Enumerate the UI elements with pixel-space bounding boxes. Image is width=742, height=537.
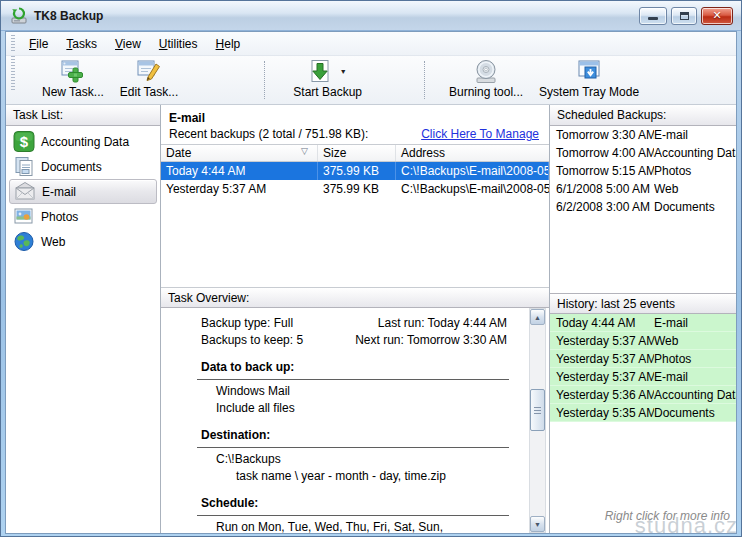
new-task-icon	[60, 59, 86, 84]
history-row[interactable]: Yesterday 5:37 AM E-mail	[550, 368, 736, 386]
sidebar-item-label: E-mail	[42, 185, 76, 199]
start-backup-button[interactable]: ▼ Start Backup	[285, 56, 370, 104]
scroll-up-button[interactable]: ▲	[530, 309, 545, 325]
history-header: History: last 25 events	[550, 293, 736, 314]
edit-task-icon	[136, 59, 162, 84]
task-list-header: Task List:	[6, 105, 160, 126]
backup-type-value: Backup type: Full	[161, 315, 293, 332]
start-backup-icon	[309, 59, 331, 84]
scheduled-row[interactable]: Tomorrow 4:00 AM Accounting Data	[550, 144, 736, 162]
menu-tasks[interactable]: Tasks	[57, 34, 106, 54]
sidebar-item-label: Photos	[41, 210, 78, 224]
window-title: TK8 Backup	[34, 9, 639, 23]
envelope-icon	[14, 181, 36, 202]
toolbar-grip[interactable]	[11, 56, 15, 90]
column-header-date[interactable]: Date ▽	[161, 145, 318, 161]
photos-icon	[13, 206, 35, 227]
right-panel-empty-area	[550, 422, 736, 509]
scheduled-row[interactable]: 6/1/2008 5:00 AM Web	[550, 180, 736, 198]
table-row[interactable]: Today 4:44 AM 375.99 KB C:\!Backups\E-ma…	[161, 162, 549, 180]
menubar-grip[interactable]	[11, 35, 15, 51]
title-bar[interactable]: TK8 Backup ✕	[1, 1, 741, 31]
documents-icon	[13, 156, 35, 177]
history-row[interactable]: Yesterday 5:37 AM Web	[550, 332, 736, 350]
sidebar-item-photos[interactable]: Photos	[6, 204, 160, 229]
system-tray-mode-button[interactable]: System Tray Mode	[531, 56, 647, 104]
sort-descending-icon: ▽	[301, 146, 308, 161]
scheduled-row[interactable]: Tomorrow 3:30 AM E-mail	[550, 126, 736, 144]
burning-tool-icon	[473, 59, 499, 85]
close-icon: ✕	[712, 9, 721, 22]
edit-task-label: Edit Task...	[120, 85, 178, 99]
next-run-value: Next run: Tomorrow 3:30 AM	[355, 332, 507, 349]
last-run-value: Last run: Today 4:44 AM	[378, 315, 507, 332]
start-backup-label: Start Backup	[293, 85, 362, 99]
table-empty-area	[161, 198, 549, 287]
right-click-hint: Right click for more info	[550, 509, 736, 523]
manage-backups-link[interactable]: Click Here To Manage	[421, 127, 539, 141]
maximize-button[interactable]	[671, 7, 697, 25]
overview-section-schedule: Schedule: Run on Mon, Tue, Wed, Thu, Fri…	[161, 495, 549, 533]
column-header-size[interactable]: Size	[318, 145, 396, 161]
history-row[interactable]: Yesterday 5:35 AM Documents	[550, 404, 736, 422]
minimize-button[interactable]	[639, 7, 667, 25]
history-row[interactable]: Today 4:44 AM E-mail	[550, 314, 736, 332]
sidebar-item-label: Web	[41, 235, 65, 249]
right-panel: Scheduled Backups: Tomorrow 3:30 AM E-ma…	[549, 105, 736, 533]
history-row[interactable]: Yesterday 5:36 AM Accounting Data	[550, 386, 736, 404]
main-panel: E-mail Recent backups (2 total / 751.98 …	[161, 105, 549, 533]
overview-section-data: Data to back up: Windows Mail Include al…	[161, 359, 549, 417]
burning-tool-button[interactable]: Burning tool...	[441, 56, 531, 104]
sidebar-item-documents[interactable]: Documents	[6, 154, 160, 179]
burning-tool-label: Burning tool...	[449, 85, 523, 99]
menu-help[interactable]: Help	[207, 34, 250, 54]
app-window: TK8 Backup ✕ File Tasks View Utilities H…	[0, 0, 742, 537]
menu-utilities[interactable]: Utilities	[150, 34, 207, 54]
table-header-row: Date ▽ Size Address	[161, 145, 549, 162]
tool-bar: New Task... Edit Task...	[6, 56, 736, 105]
system-tray-icon	[576, 59, 602, 84]
menu-bar: File Tasks View Utilities Help	[6, 32, 736, 56]
new-task-button[interactable]: New Task...	[34, 56, 112, 104]
svg-text:$: $	[20, 133, 29, 150]
overview-section-destination: Destination: C:\!Backups task name \ yea…	[161, 427, 549, 485]
toolbar-separator	[264, 61, 265, 99]
app-icon	[10, 7, 28, 24]
minimize-icon	[648, 17, 658, 20]
table-row[interactable]: Yesterday 5:37 AM 375.99 KB C:\!Backups\…	[161, 180, 549, 198]
scrollbar-thumb[interactable]	[530, 389, 545, 431]
sidebar-item-email[interactable]: E-mail	[9, 179, 157, 204]
window-content: File Tasks View Utilities Help	[5, 31, 737, 534]
task-list-panel: Task List: $ Accounting Data	[6, 105, 161, 533]
menu-file[interactable]: File	[20, 34, 57, 54]
menu-view[interactable]: View	[106, 34, 150, 54]
scrollbar-grip-icon	[534, 407, 541, 414]
overview-scrollbar[interactable]: ▲ ▼	[529, 308, 546, 533]
column-header-address[interactable]: Address	[396, 145, 549, 161]
globe-icon	[13, 231, 35, 252]
new-task-label: New Task...	[42, 85, 104, 99]
recent-backups-summary: Recent backups (2 total / 751.98 KB):	[169, 127, 421, 141]
scheduled-row[interactable]: Tomorrow 5:15 AM Photos	[550, 162, 736, 180]
dollar-icon: $	[13, 131, 35, 152]
system-tray-mode-label: System Tray Mode	[539, 85, 639, 99]
edit-task-button[interactable]: Edit Task...	[112, 56, 186, 104]
scroll-down-button[interactable]: ▼	[530, 516, 545, 532]
history-row[interactable]: Yesterday 5:37 AM Photos	[550, 350, 736, 368]
scheduled-row[interactable]: 6/2/2008 3:00 AM Documents	[550, 198, 736, 216]
backups-to-keep-value: Backups to keep: 5	[161, 332, 303, 349]
sidebar-item-label: Documents	[41, 160, 102, 174]
maximize-icon	[680, 12, 689, 20]
sidebar-item-web[interactable]: Web	[6, 229, 160, 254]
task-overview-header: Task Overview:	[161, 287, 549, 308]
close-button[interactable]: ✕	[701, 7, 733, 25]
task-overview-body: Backup type: Full Last run: Today 4:44 A…	[161, 308, 549, 533]
sidebar-item-accounting-data[interactable]: $ Accounting Data	[6, 129, 160, 154]
right-panel-spacer	[550, 216, 736, 293]
start-backup-dropdown-arrow[interactable]: ▼	[340, 68, 347, 75]
page-title: E-mail	[169, 111, 541, 125]
sidebar-item-label: Accounting Data	[41, 135, 129, 149]
toolbar-separator	[424, 61, 425, 99]
scheduled-backups-header: Scheduled Backups:	[550, 105, 736, 126]
recent-backups-table: Date ▽ Size Address Today 4:44 AM 375.99…	[161, 144, 549, 287]
